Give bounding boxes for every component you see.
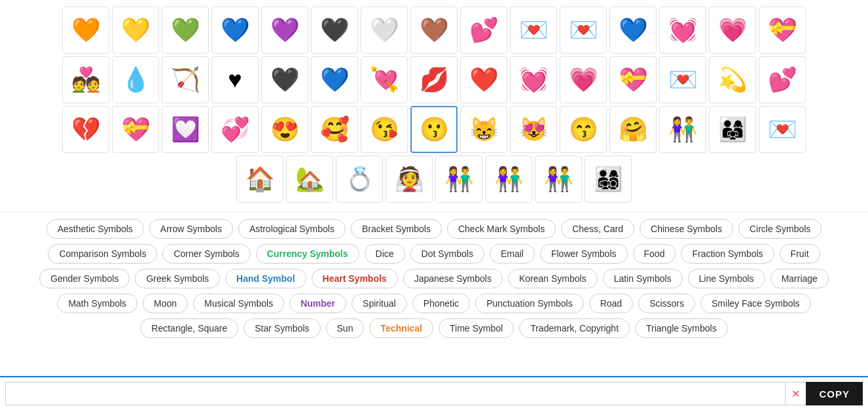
emoji-cell[interactable]: 💝 <box>609 56 657 103</box>
copy-input[interactable] <box>5 382 785 384</box>
tag-button[interactable]: Heart Symbols <box>312 269 398 288</box>
tag-button[interactable]: Currency Symbols <box>256 244 359 264</box>
emoji-cell[interactable]: 💓 <box>510 56 557 103</box>
tag-button[interactable]: Spiritual <box>352 294 407 313</box>
emoji-cell[interactable]: ❤️ <box>460 56 507 103</box>
tag-button[interactable]: Latin Symbols <box>603 269 683 288</box>
emoji-cell[interactable]: 👰 <box>386 156 433 203</box>
emoji-cell[interactable]: 🖤 <box>311 7 358 54</box>
emoji-cell[interactable]: 💋 <box>410 56 458 103</box>
emoji-cell[interactable]: 💚 <box>162 7 209 54</box>
tag-button[interactable]: Dot Symbols <box>410 244 484 264</box>
tag-button[interactable]: Moon <box>143 294 188 313</box>
tag-button[interactable]: Comparison Symbols <box>48 244 157 264</box>
emoji-cell[interactable]: 👨‍👩‍👧 <box>709 106 756 153</box>
emoji-cell[interactable]: 👫 <box>659 106 706 153</box>
emoji-cell[interactable]: 💍 <box>336 156 383 203</box>
tag-button[interactable]: Chess, Card <box>561 219 634 239</box>
tag-button[interactable]: Hand Symbol <box>225 269 306 288</box>
emoji-cell[interactable]: 💛 <box>112 7 159 54</box>
tag-button[interactable]: Technical <box>369 318 433 338</box>
tag-button[interactable]: Gender Symbols <box>39 269 130 288</box>
emoji-cell[interactable]: 💕 <box>460 7 507 54</box>
emoji-cell[interactable]: 🧡 <box>62 7 109 54</box>
tag-button[interactable]: Line Symbols <box>688 269 765 288</box>
emoji-cell[interactable]: 😻 <box>510 106 557 153</box>
emoji-cell[interactable]: 💝 <box>112 106 159 153</box>
emoji-cell[interactable]: 🏠 <box>236 156 283 203</box>
tag-button[interactable]: Email <box>490 244 535 264</box>
tag-button[interactable]: Aesthetic Symbols <box>46 219 144 239</box>
emoji-cell[interactable]: 😘 <box>361 106 408 153</box>
tag-button[interactable]: Fruit <box>780 244 820 264</box>
emoji-cell[interactable]: 🤗 <box>609 106 657 153</box>
emoji-cell[interactable]: 👫 <box>485 156 532 203</box>
emoji-cell[interactable]: 💔 <box>62 106 109 153</box>
emoji-cell[interactable]: 🤎 <box>410 7 458 54</box>
emoji-cell[interactable]: 👫 <box>435 156 482 203</box>
clear-button[interactable]: ✕ <box>785 382 806 384</box>
emoji-cell[interactable]: 💞 <box>211 106 259 153</box>
emoji-cell[interactable]: ♥ <box>211 56 259 103</box>
emoji-cell[interactable]: 🏹 <box>162 56 209 103</box>
emoji-cell[interactable]: 💘 <box>361 56 408 103</box>
tag-button[interactable]: Bracket Symbols <box>351 219 442 239</box>
emoji-cell[interactable]: 💝 <box>759 7 806 54</box>
emoji-cell[interactable]: 💧 <box>112 56 159 103</box>
tag-button[interactable]: Rectangle, Square <box>140 318 238 338</box>
emoji-cell[interactable]: 💙 <box>609 7 657 54</box>
emoji-cell[interactable]: 💕 <box>759 56 806 103</box>
tag-button[interactable]: Flower Symbols <box>540 244 628 264</box>
emoji-cell[interactable]: 💟 <box>162 106 209 153</box>
emoji-cell[interactable]: 🖤 <box>261 56 308 103</box>
emoji-cell[interactable]: 👨‍👩‍👧‍👦 <box>585 156 632 203</box>
emoji-cell[interactable]: 💓 <box>659 7 706 54</box>
emoji-cell[interactable]: 😸 <box>460 106 507 153</box>
emoji-cell[interactable]: 😗 <box>410 106 458 153</box>
emoji-cell[interactable]: 💙 <box>211 7 259 54</box>
emoji-cell[interactable]: 💌 <box>560 7 607 54</box>
tag-button[interactable]: Arrow Symbols <box>149 219 233 239</box>
tag-button[interactable]: Trademark, Copyright <box>519 318 630 338</box>
tag-button[interactable]: Number <box>289 294 346 313</box>
tag-button[interactable]: Smiley Face Symbols <box>700 294 811 313</box>
emoji-cell[interactable]: 💙 <box>311 56 358 103</box>
emoji-cell[interactable]: 💑 <box>62 56 109 103</box>
emoji-cell[interactable]: 👫 <box>535 156 582 203</box>
tag-button[interactable]: Corner Symbols <box>162 244 250 264</box>
emoji-cell[interactable]: 💫 <box>709 56 756 103</box>
tag-button[interactable]: Punctuation Symbols <box>475 294 584 313</box>
emoji-cell[interactable]: 🥰 <box>311 106 358 153</box>
tag-button[interactable]: Dice <box>365 244 405 264</box>
emoji-cell[interactable]: 💗 <box>709 7 756 54</box>
tag-button[interactable]: Japanese Symbols <box>403 269 503 288</box>
tag-button[interactable]: Scissors <box>638 294 695 313</box>
tag-button[interactable]: Food <box>633 244 676 264</box>
emoji-cell[interactable]: 😙 <box>560 106 607 153</box>
tag-button[interactable]: Phonetic <box>412 294 470 313</box>
tag-button[interactable]: Triangle Symbols <box>635 318 728 338</box>
tag-button[interactable]: Star Symbols <box>244 318 320 338</box>
tag-button[interactable]: Greek Symbols <box>135 269 220 288</box>
tag-button[interactable]: Time Symbol <box>439 318 514 338</box>
tag-button[interactable]: Circle Symbols <box>738 219 822 239</box>
tag-button[interactable]: Marriage <box>770 269 829 288</box>
emoji-cell[interactable]: 😍 <box>261 106 308 153</box>
tag-button[interactable]: Fraction Symbols <box>681 244 774 264</box>
tag-button[interactable]: Korean Symbols <box>508 269 598 288</box>
copy-button[interactable]: COPY <box>806 382 863 384</box>
emoji-cell[interactable]: 💌 <box>510 7 557 54</box>
emoji-cell[interactable]: 💗 <box>560 56 607 103</box>
emoji-cell[interactable]: 🏡 <box>286 156 333 203</box>
emoji-cell[interactable]: 💜 <box>261 7 308 54</box>
tag-button[interactable]: Road <box>589 294 633 313</box>
tag-button[interactable]: Chinese Symbols <box>640 219 733 239</box>
tag-button[interactable]: Astrological Symbols <box>238 219 346 239</box>
emoji-cell[interactable]: 💌 <box>759 106 806 153</box>
tag-button[interactable]: Sun <box>326 318 365 338</box>
emoji-cell[interactable]: 💌 <box>659 56 706 103</box>
tag-button[interactable]: Math Symbols <box>57 294 137 313</box>
emoji-cell[interactable]: 🤍 <box>361 7 408 54</box>
tag-button[interactable]: Check Mark Symbols <box>447 219 556 239</box>
tag-button[interactable]: Musical Symbols <box>193 294 284 313</box>
